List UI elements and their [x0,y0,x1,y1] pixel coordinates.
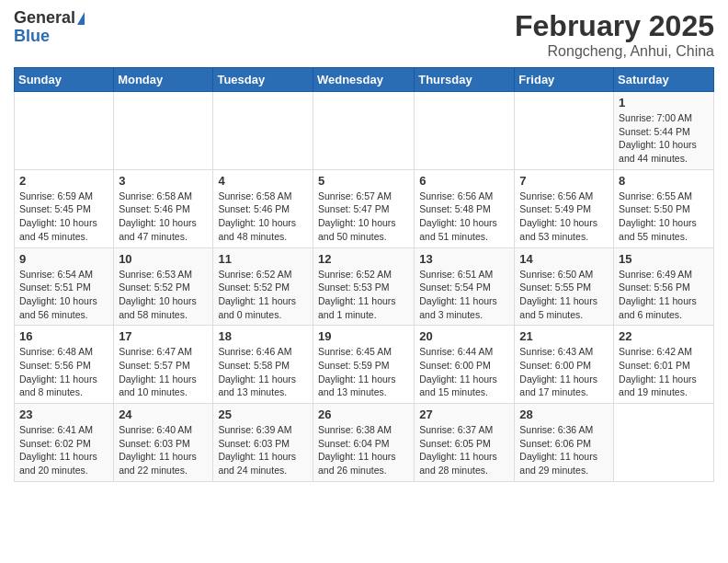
day-number: 6 [419,174,509,188]
day-info: Sunrise: 6:53 AM Sunset: 5:52 PM Dayligh… [119,268,208,322]
day-number: 18 [218,329,308,343]
calendar-cell [313,92,414,170]
day-number: 9 [19,252,108,266]
calendar-cell [614,404,714,482]
day-info: Sunrise: 6:52 AM Sunset: 5:52 PM Dayligh… [218,268,308,322]
calendar-week-row: 23Sunrise: 6:41 AM Sunset: 6:02 PM Dayli… [15,404,714,482]
calendar-cell: 10Sunrise: 6:53 AM Sunset: 5:52 PM Dayli… [114,247,213,326]
day-info: Sunrise: 6:42 AM Sunset: 6:01 PM Dayligh… [619,345,709,399]
calendar-cell: 2Sunrise: 6:59 AM Sunset: 5:45 PM Daylig… [15,169,114,247]
day-info: Sunrise: 6:43 AM Sunset: 6:00 PM Dayligh… [519,345,609,399]
day-number: 11 [218,252,308,266]
calendar-cell: 12Sunrise: 6:52 AM Sunset: 5:53 PM Dayli… [313,247,414,326]
calendar-cell: 1Sunrise: 7:00 AM Sunset: 5:44 PM Daylig… [614,92,714,170]
weekday-header-thursday: Thursday [415,68,515,92]
day-info: Sunrise: 6:58 AM Sunset: 5:46 PM Dayligh… [119,190,208,244]
logo-blue-text: Blue [14,28,50,46]
day-number: 26 [318,408,409,421]
calendar-cell: 18Sunrise: 6:46 AM Sunset: 5:58 PM Dayli… [213,326,313,404]
calendar-cell: 8Sunrise: 6:55 AM Sunset: 5:50 PM Daylig… [614,169,714,247]
calendar-cell: 28Sunrise: 6:36 AM Sunset: 6:06 PM Dayli… [515,404,614,482]
logo-triangle-icon [77,12,85,25]
day-info: Sunrise: 6:40 AM Sunset: 6:03 PM Dayligh… [119,423,208,477]
calendar-cell: 22Sunrise: 6:42 AM Sunset: 6:01 PM Dayli… [614,326,714,404]
day-number: 17 [119,329,208,343]
calendar-cell [15,92,114,170]
logo-general-text: General [14,9,75,28]
day-info: Sunrise: 6:46 AM Sunset: 5:58 PM Dayligh… [218,345,308,399]
calendar-cell: 23Sunrise: 6:41 AM Sunset: 6:02 PM Dayli… [15,404,114,482]
day-number: 2 [19,174,108,188]
calendar-week-row: 2Sunrise: 6:59 AM Sunset: 5:45 PM Daylig… [15,169,714,247]
day-info: Sunrise: 6:51 AM Sunset: 5:54 PM Dayligh… [419,268,509,322]
day-number: 8 [619,174,709,188]
logo: General Blue [14,9,85,46]
calendar-cell: 25Sunrise: 6:39 AM Sunset: 6:03 PM Dayli… [213,404,313,482]
calendar-week-row: 16Sunrise: 6:48 AM Sunset: 5:56 PM Dayli… [15,326,714,404]
day-info: Sunrise: 6:58 AM Sunset: 5:46 PM Dayligh… [218,190,308,244]
calendar-cell: 15Sunrise: 6:49 AM Sunset: 5:56 PM Dayli… [614,247,714,326]
calendar-cell: 4Sunrise: 6:58 AM Sunset: 5:46 PM Daylig… [213,169,313,247]
day-number: 21 [519,329,609,343]
day-number: 3 [119,174,208,188]
weekday-header-row: SundayMondayTuesdayWednesdayThursdayFrid… [15,68,714,92]
day-number: 27 [419,408,509,421]
day-number: 1 [619,96,709,109]
calendar-cell: 17Sunrise: 6:47 AM Sunset: 5:57 PM Dayli… [114,326,213,404]
day-info: Sunrise: 6:49 AM Sunset: 5:56 PM Dayligh… [619,268,709,322]
day-info: Sunrise: 6:36 AM Sunset: 6:06 PM Dayligh… [519,423,609,477]
day-info: Sunrise: 6:45 AM Sunset: 5:59 PM Dayligh… [318,345,409,399]
day-number: 12 [318,252,409,266]
calendar-cell [515,92,614,170]
weekday-header-friday: Friday [515,68,614,92]
day-info: Sunrise: 6:52 AM Sunset: 5:53 PM Dayligh… [318,268,409,322]
calendar-cell: 13Sunrise: 6:51 AM Sunset: 5:54 PM Dayli… [415,247,515,326]
calendar-cell: 3Sunrise: 6:58 AM Sunset: 5:46 PM Daylig… [114,169,213,247]
calendar-week-row: 9Sunrise: 6:54 AM Sunset: 5:51 PM Daylig… [15,247,714,326]
calendar-cell [114,92,213,170]
day-number: 13 [419,252,509,266]
calendar-cell: 7Sunrise: 6:56 AM Sunset: 5:49 PM Daylig… [515,169,614,247]
calendar-cell: 9Sunrise: 6:54 AM Sunset: 5:51 PM Daylig… [15,247,114,326]
day-number: 22 [619,329,709,343]
day-info: Sunrise: 6:39 AM Sunset: 6:03 PM Dayligh… [218,423,308,477]
day-info: Sunrise: 6:56 AM Sunset: 5:49 PM Dayligh… [519,190,609,244]
weekday-header-saturday: Saturday [614,68,714,92]
calendar-cell: 6Sunrise: 6:56 AM Sunset: 5:48 PM Daylig… [415,169,515,247]
calendar-cell: 26Sunrise: 6:38 AM Sunset: 6:04 PM Dayli… [313,404,414,482]
day-info: Sunrise: 6:44 AM Sunset: 6:00 PM Dayligh… [419,345,509,399]
day-info: Sunrise: 6:47 AM Sunset: 5:57 PM Dayligh… [119,345,208,399]
day-info: Sunrise: 6:56 AM Sunset: 5:48 PM Dayligh… [419,190,509,244]
title-section: February 2025 Rongcheng, Anhui, China [515,9,714,60]
calendar-cell: 21Sunrise: 6:43 AM Sunset: 6:00 PM Dayli… [515,326,614,404]
day-number: 10 [119,252,208,266]
calendar-cell: 27Sunrise: 6:37 AM Sunset: 6:05 PM Dayli… [415,404,515,482]
day-number: 20 [419,329,509,343]
month-title: February 2025 [515,9,714,43]
calendar-table: SundayMondayTuesdayWednesdayThursdayFrid… [14,67,714,482]
weekday-header-sunday: Sunday [15,68,114,92]
day-number: 28 [519,408,609,421]
day-number: 7 [519,174,609,188]
day-info: Sunrise: 7:00 AM Sunset: 5:44 PM Dayligh… [619,111,709,166]
day-info: Sunrise: 6:59 AM Sunset: 5:45 PM Dayligh… [19,190,108,244]
day-info: Sunrise: 6:38 AM Sunset: 6:04 PM Dayligh… [318,423,409,477]
day-number: 23 [19,408,108,421]
calendar-cell: 11Sunrise: 6:52 AM Sunset: 5:52 PM Dayli… [213,247,313,326]
calendar-cell: 24Sunrise: 6:40 AM Sunset: 6:03 PM Dayli… [114,404,213,482]
calendar-cell [213,92,313,170]
day-number: 24 [119,408,208,421]
page-header: General Blue February 2025 Rongcheng, An… [14,9,714,60]
day-info: Sunrise: 6:41 AM Sunset: 6:02 PM Dayligh… [19,423,108,477]
day-number: 19 [318,329,409,343]
weekday-header-wednesday: Wednesday [313,68,414,92]
weekday-header-tuesday: Tuesday [213,68,313,92]
calendar-cell: 14Sunrise: 6:50 AM Sunset: 5:55 PM Dayli… [515,247,614,326]
day-info: Sunrise: 6:57 AM Sunset: 5:47 PM Dayligh… [318,190,409,244]
calendar-cell: 20Sunrise: 6:44 AM Sunset: 6:00 PM Dayli… [415,326,515,404]
day-info: Sunrise: 6:50 AM Sunset: 5:55 PM Dayligh… [519,268,609,322]
day-info: Sunrise: 6:48 AM Sunset: 5:56 PM Dayligh… [19,345,108,399]
calendar-cell: 5Sunrise: 6:57 AM Sunset: 5:47 PM Daylig… [313,169,414,247]
day-number: 16 [19,329,108,343]
day-number: 15 [619,252,709,266]
